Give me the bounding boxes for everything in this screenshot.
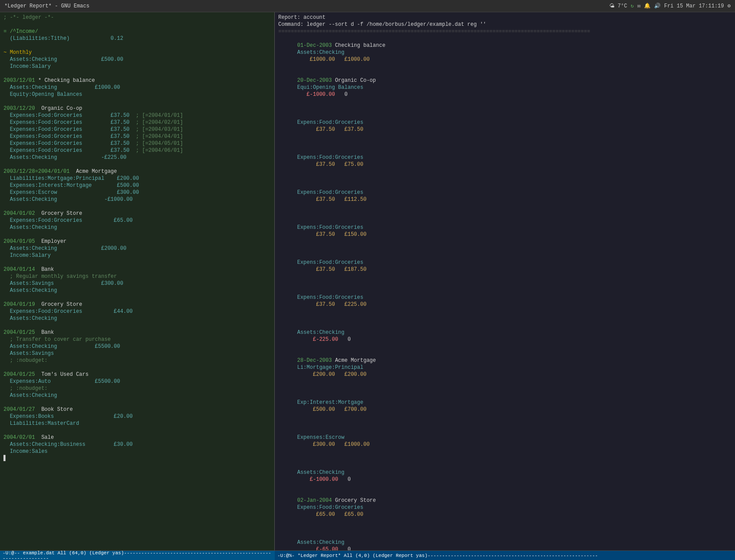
weather-display: 🌤 7°C	[609, 3, 627, 9]
statusbar: -U:@-- example.dat All (64,0) (Ledger ya…	[0, 550, 735, 560]
report-separator: ========================================…	[278, 28, 732, 35]
salary-entry: Income:Salary	[4, 63, 271, 70]
mail-icon: ✉	[637, 3, 640, 9]
report-header-label: Report: account	[278, 14, 732, 21]
periodic-txn: ~ Monthly	[4, 49, 271, 56]
statusbar-left-text: -U:@-- example.dat All (64,0) (Ledger ya…	[3, 550, 272, 560]
statusbar-left: -U:@-- example.dat All (64,0) (Ledger ya…	[0, 551, 275, 560]
txn-row: Expens:Food:Groceries £37.50 £225.00	[278, 280, 732, 315]
main-container: ; -*- ledger -*- = /^Income/ (Liabilitie…	[0, 12, 735, 550]
txn-row: 01-Dec-2003 Checking balance Assets:Chec…	[278, 35, 732, 70]
settings-icon[interactable]: ⚙	[728, 3, 731, 9]
volume-icon: 🔊	[654, 3, 661, 9]
txn-row: Exp:Interest:Mortgage £500.00 £700.00	[278, 385, 732, 420]
txn-row: Expenses:Escrow £300.00 £1000.00	[278, 420, 732, 455]
automated-txn: = /^Income/	[4, 28, 271, 35]
txn-row: Assets:Checking £-1000.00 0	[278, 455, 732, 490]
titlebar-title: *Ledger Report* - GNU Emacs	[4, 3, 89, 9]
clock-display: Fri 15 Mar 17:11:19	[664, 3, 724, 9]
txn-row: Expens:Food:Groceries £37.50 £112.50	[278, 175, 732, 210]
ledger-comment: ; -*- ledger -*-	[4, 14, 271, 21]
txn-row: Expens:Food:Groceries £37.50 £75.00	[278, 140, 732, 175]
report-command: Command: ledger --sort d -f /home/borbus…	[278, 21, 732, 28]
refresh-icon[interactable]: ↻	[630, 3, 634, 9]
statusbar-right: -U:@%- *Ledger Report* All (4,0) (Ledger…	[275, 551, 735, 560]
txn-row: 02-Jan-2004 Grocery Store Expens:Food:Gr…	[278, 490, 732, 525]
right-pane[interactable]: Report: account Command: ledger --sort d…	[275, 12, 735, 550]
txn-row: 20-Dec-2003 Organic Co-op Equi:Opening B…	[278, 70, 732, 105]
txn-row: Expens:Food:Groceries £37.50 £187.50	[278, 245, 732, 280]
checking-entry: Assets:Checking £500.00	[4, 56, 271, 63]
statusbar-right-text: -U:@%- *Ledger Report* All (4,0) (Ledger…	[277, 553, 598, 558]
network-icon: 🔔	[644, 3, 651, 9]
tithe-entry: (Liabilities:Tithe) 0.12	[4, 35, 271, 42]
txn-row: Expens:Food:Groceries £37.50 £150.00	[278, 210, 732, 245]
txn-row: Expens:Food:Groceries £37.50 £37.50	[278, 105, 732, 140]
left-pane[interactable]: ; -*- ledger -*- = /^Income/ (Liabilitie…	[0, 12, 275, 550]
txn-row: 28-Dec-2003 Acme Mortgage Li:Mortgage:Pr…	[278, 350, 732, 385]
txn-row: Assets:Checking £-65.00 0	[278, 525, 732, 550]
titlebar-right: 🌤 7°C ↻ ✉ 🔔 🔊 Fri 15 Mar 17:11:19 ⚙	[609, 3, 731, 9]
txn-row: Assets:Checking £-225.00 0	[278, 315, 732, 350]
titlebar: *Ledger Report* - GNU Emacs 🌤 7°C ↻ ✉ 🔔 …	[0, 0, 735, 12]
